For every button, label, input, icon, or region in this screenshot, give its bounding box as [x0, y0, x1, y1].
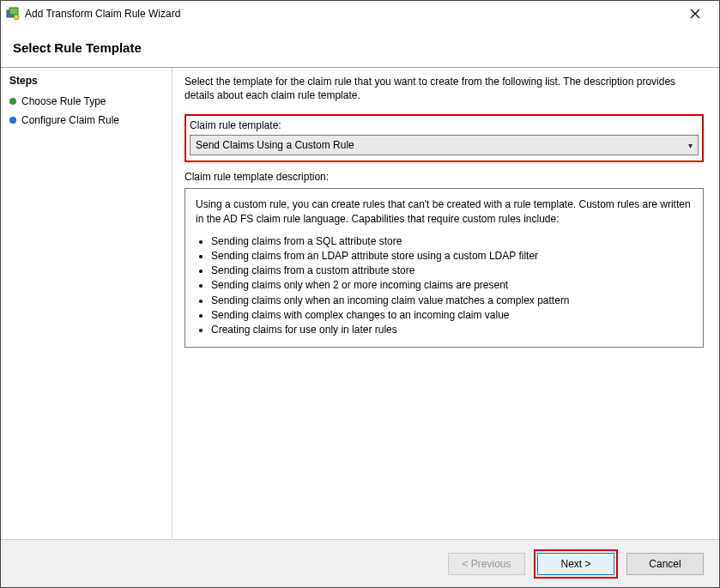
- intro-text: Select the template for the claim rule t…: [185, 75, 704, 102]
- wizard-header: Select Rule Template: [1, 27, 719, 67]
- wizard-footer: < Previous Next > Cancel: [1, 539, 719, 587]
- app-icon: [6, 7, 20, 21]
- description-intro: Using a custom rule, you can create rule…: [196, 197, 693, 225]
- template-description-box: Using a custom rule, you can create rule…: [185, 188, 704, 348]
- titlebar: Add Transform Claim Rule Wizard: [1, 1, 719, 27]
- previous-button: < Previous: [448, 553, 525, 575]
- steps-sidebar: Steps Choose Rule Type Configure Claim R…: [1, 68, 172, 538]
- capability-item: Sending claims from a custom attribute s…: [211, 264, 693, 277]
- next-highlight-box: Next >: [534, 549, 618, 579]
- capability-item: Sending claims from a SQL attribute stor…: [211, 234, 693, 248]
- cancel-button[interactable]: Cancel: [626, 553, 704, 575]
- svg-point-2: [14, 15, 19, 20]
- step-label: Configure Claim Rule: [21, 114, 119, 126]
- capability-item: Creating claims for use only in later ru…: [211, 323, 693, 336]
- step-choose-rule-type[interactable]: Choose Rule Type: [9, 92, 163, 111]
- close-button[interactable]: [678, 2, 712, 26]
- capability-item: Sending claims with complex changes to a…: [211, 308, 693, 322]
- dropdown-value: Send Claims Using a Custom Rule: [196, 139, 354, 151]
- template-description-label: Claim rule template description:: [185, 171, 704, 183]
- step-bullet-current-icon: [9, 117, 16, 124]
- description-capabilities-list: Sending claims from a SQL attribute stor…: [196, 234, 693, 336]
- page-title: Select Rule Template: [13, 40, 707, 55]
- next-button[interactable]: Next >: [537, 553, 614, 575]
- step-configure-claim-rule[interactable]: Configure Claim Rule: [9, 111, 163, 130]
- template-label: Claim rule template:: [190, 119, 699, 131]
- chevron-down-icon: ▾: [688, 141, 693, 150]
- window-title: Add Transform Claim Rule Wizard: [25, 8, 678, 20]
- template-highlight-box: Claim rule template: Send Claims Using a…: [185, 114, 704, 162]
- wizard-content: Select the template for the claim rule t…: [172, 68, 719, 538]
- capability-item: Sending claims from an LDAP attribute st…: [211, 249, 693, 263]
- claim-rule-template-dropdown[interactable]: Send Claims Using a Custom Rule ▾: [190, 135, 699, 155]
- steps-heading: Steps: [9, 75, 163, 87]
- capability-item: Sending claims only when an incoming cla…: [211, 294, 693, 307]
- capability-item: Sending claims only when 2 or more incom…: [211, 278, 693, 292]
- step-bullet-complete-icon: [9, 98, 16, 105]
- step-label: Choose Rule Type: [21, 95, 106, 107]
- svg-rect-1: [9, 8, 18, 15]
